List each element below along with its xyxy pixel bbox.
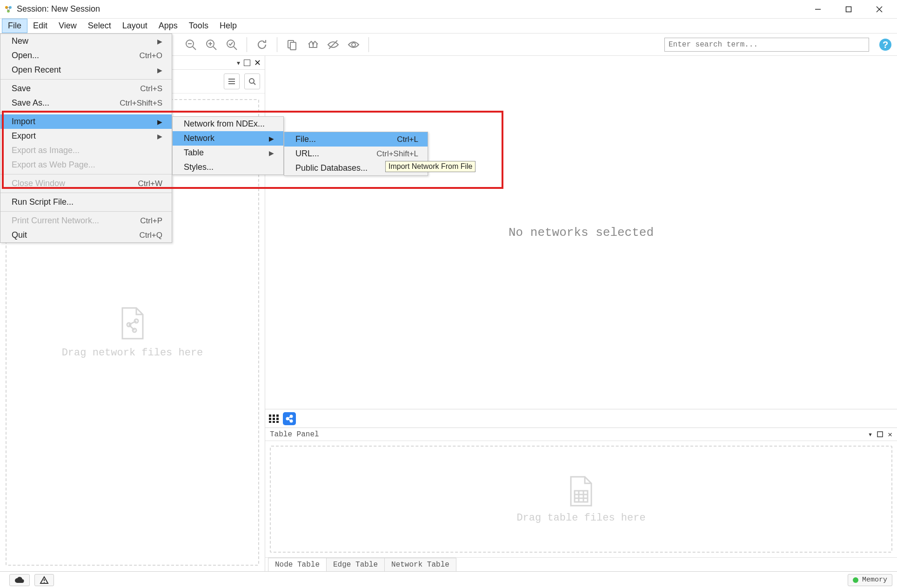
file-menu-item-1[interactable]: Open...Ctrl+O: [0, 48, 172, 63]
drop-network-label: Drag network files here: [62, 347, 203, 359]
hide-icon[interactable]: [324, 35, 342, 54]
table-drop-zone[interactable]: Drag table files here: [270, 446, 892, 553]
cloud-status-button[interactable]: [9, 574, 30, 586]
grid-view-icon[interactable]: [269, 414, 279, 423]
svg-rect-40: [276, 418, 279, 420]
import-menu-item-1[interactable]: Network▶: [173, 131, 283, 146]
file-menu-item-12: Close WindowCtrl+W: [0, 176, 172, 191]
file-menu-item-8[interactable]: Export▶: [0, 129, 172, 143]
table-file-icon: [568, 475, 594, 508]
file-menu-item-2[interactable]: Open Recent▶: [0, 63, 172, 77]
search-input[interactable]: [664, 38, 869, 52]
menu-help[interactable]: Help: [214, 19, 242, 33]
svg-rect-43: [276, 421, 279, 423]
table-panel-title: Table Panel: [270, 430, 319, 439]
menu-view[interactable]: View: [53, 19, 82, 33]
panel-float-icon[interactable]: [244, 60, 250, 66]
app-icon: [4, 5, 13, 14]
svg-rect-7: [846, 7, 851, 12]
svg-point-56: [44, 582, 45, 583]
file-menu-item-5[interactable]: Save As...Ctrl+Shift+S: [0, 96, 172, 110]
table-panel-header: Table Panel ▾ ✕: [265, 428, 897, 441]
minimize-button[interactable]: [808, 2, 828, 16]
file-menu-item-0[interactable]: New▶: [0, 34, 172, 48]
import-menu-item-3[interactable]: Styles...: [173, 160, 283, 174]
svg-line-11: [193, 47, 196, 50]
tab-network-table[interactable]: Network Table: [384, 558, 456, 571]
file-menu-item-14[interactable]: Run Script File...: [0, 195, 172, 209]
file-menu-item-9: Export as Image...: [0, 143, 172, 158]
panel-dropdown-icon[interactable]: ▾: [237, 59, 240, 67]
file-menu-item-17[interactable]: QuitCtrl+Q: [0, 228, 172, 242]
table-float-icon[interactable]: [877, 431, 883, 437]
svg-rect-49: [877, 432, 883, 437]
network-view-message: No networks selected: [509, 226, 654, 240]
show-icon[interactable]: [344, 35, 363, 54]
zoom-out-icon[interactable]: [181, 35, 200, 54]
home-icon[interactable]: [303, 35, 322, 54]
svg-rect-38: [269, 418, 271, 420]
maximize-button[interactable]: [838, 2, 859, 16]
tab-node-table[interactable]: Node Table: [268, 558, 327, 571]
copy-icon[interactable]: [283, 35, 301, 54]
network-menu-item-0[interactable]: File...Ctrl+L: [284, 132, 428, 147]
menu-tools[interactable]: Tools: [183, 19, 214, 33]
tab-edge-table[interactable]: Edge Table: [326, 558, 385, 571]
menu-layout[interactable]: Layout: [117, 19, 153, 33]
svg-line-18: [234, 47, 237, 50]
statusbar: Memory: [0, 571, 897, 588]
svg-line-48: [288, 419, 290, 421]
network-menu-item-1[interactable]: URL...Ctrl+Shift+L: [284, 147, 428, 161]
window-title: Session: New Session: [17, 4, 808, 14]
menu-edit[interactable]: Edit: [27, 19, 53, 33]
search-button[interactable]: [244, 74, 260, 89]
warning-status-button[interactable]: [34, 574, 54, 586]
file-icon: [119, 306, 147, 341]
menu-select[interactable]: Select: [82, 19, 117, 33]
menu-file[interactable]: File: [2, 19, 27, 33]
panel-close-icon[interactable]: ✕: [254, 58, 261, 68]
svg-rect-20: [290, 42, 296, 50]
svg-rect-36: [273, 414, 275, 417]
svg-rect-50: [575, 491, 588, 502]
svg-line-34: [129, 325, 134, 330]
refresh-icon[interactable]: [253, 35, 271, 54]
import-menu-item-2[interactable]: Table▶: [173, 146, 283, 160]
network-view: No networks selected: [265, 56, 897, 409]
file-menu: New▶Open...Ctrl+OOpen Recent▶SaveCtrl+SS…: [0, 33, 172, 243]
svg-line-47: [288, 417, 290, 418]
svg-line-14: [213, 47, 216, 50]
file-menu-item-10: Export as Web Page...: [0, 158, 172, 172]
svg-text:?: ?: [883, 40, 888, 50]
list-options-button[interactable]: [224, 74, 240, 89]
memory-status-button[interactable]: Memory: [848, 574, 892, 586]
close-button[interactable]: [869, 2, 890, 16]
svg-rect-41: [269, 421, 271, 423]
svg-rect-39: [273, 418, 275, 420]
import-submenu: Network from NDEx...Network▶Table▶Styles…: [172, 116, 284, 175]
import-menu-item-0[interactable]: Network from NDEx...: [173, 117, 283, 131]
svg-point-17: [227, 40, 234, 47]
table-tabs: Node Table Edge Table Network Table: [265, 557, 897, 571]
svg-line-29: [254, 83, 255, 85]
svg-rect-37: [276, 414, 279, 417]
menu-apps[interactable]: Apps: [153, 19, 183, 33]
drop-table-label: Drag table files here: [516, 512, 645, 524]
memory-label: Memory: [862, 576, 887, 584]
file-menu-item-7[interactable]: Import▶: [0, 114, 172, 129]
zoom-fit-icon[interactable]: [222, 35, 241, 54]
mini-toolbar: [265, 409, 897, 428]
zoom-in-icon[interactable]: [202, 35, 221, 54]
share-icon[interactable]: [283, 412, 296, 425]
help-icon[interactable]: ?: [877, 37, 893, 53]
svg-rect-42: [273, 421, 275, 423]
tooltip: Import Network From File: [385, 161, 475, 172]
memory-status-dot: [853, 577, 858, 583]
file-menu-item-4[interactable]: SaveCtrl+S: [0, 81, 172, 96]
svg-point-22: [352, 43, 355, 47]
table-dropdown-icon[interactable]: ▾: [868, 430, 873, 439]
table-close-icon[interactable]: ✕: [888, 430, 892, 439]
titlebar: Session: New Session: [0, 0, 897, 19]
svg-rect-35: [269, 414, 271, 417]
menubar: File Edit View Select Layout Apps Tools …: [0, 19, 897, 33]
